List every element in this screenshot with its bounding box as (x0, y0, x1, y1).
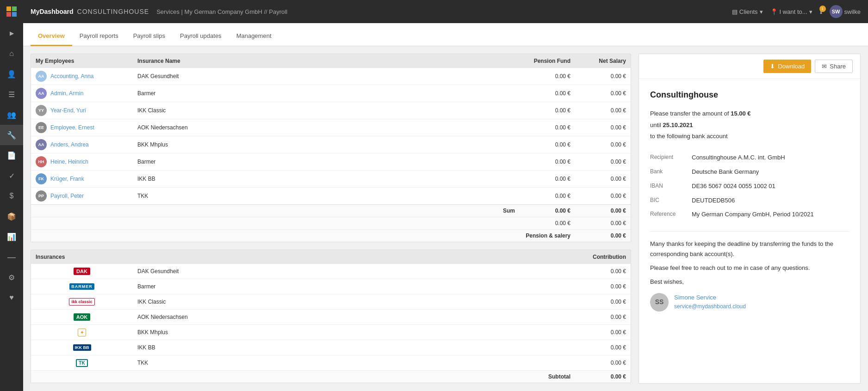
download-icon: ⬇ (770, 63, 775, 70)
download-button[interactable]: ⬇ Download (763, 60, 811, 73)
pension-cell: 0.00 € (520, 188, 575, 205)
employee-link[interactable]: Krüger, Frank (50, 176, 84, 182)
insurance-cell: TKK (133, 188, 520, 205)
employee-link[interactable]: Admin, Armin (50, 90, 83, 97)
subtotal-row: Subtotal 0.00 € (31, 371, 631, 383)
topnav-right: ▤ Clients ▾ 📍 I want to... ▾ ℹ 1 SW swil… (732, 5, 861, 18)
sig-email[interactable]: service@mydashboard.cloud (674, 302, 746, 311)
sum-label-text: Sum (133, 205, 520, 217)
ins-logo-cell: ✦ (31, 325, 133, 340)
tab-management[interactable]: Management (229, 27, 279, 46)
sidebar-document-icon[interactable]: 📄 (0, 145, 23, 165)
insurance-cell: IKK BB (133, 171, 520, 188)
sum-details-row: 0.00 € 0.00 € (31, 217, 631, 230)
table-row: YY Year-End, Yuri IKK Classic 0.00 € 0.0… (31, 102, 631, 119)
bank-detail-row: Reference My German Company GmbH, Period… (650, 208, 849, 222)
table-row: AA Accounting, Anna DAK Gesundheit 0.00 … (31, 68, 631, 85)
employee-cell: HH Heine, Heinrich (31, 153, 133, 171)
net-col-header: Net Salary (575, 54, 631, 68)
tab-payroll-updates[interactable]: Payroll updates (173, 27, 229, 46)
notifications-button[interactable]: ℹ 1 (820, 8, 822, 15)
sidebar: ▶ ⌂ 👤 ☰ 👥 🔧 📄 ✓ $ 📦 📊 — ⚙ ♥ (0, 0, 23, 391)
sig-name[interactable]: Simone Service (674, 293, 746, 303)
sidebar-people-icon[interactable]: 👥 (0, 104, 23, 125)
contribution-col-header: Contribution (575, 250, 631, 264)
insurance-cell: IKK Classic (133, 102, 520, 119)
sig-avatar: SS (650, 293, 669, 312)
sidebar-home-icon[interactable]: ⌂ (0, 43, 23, 64)
pension-salary-row: Pension & salery 0.00 € (31, 230, 631, 242)
sidebar-expand-icon[interactable]: ▶ (0, 23, 23, 43)
bank-value: Deutsche Bank Germany (692, 165, 849, 179)
main-content: My Employees Insurance Name Pension Fund… (23, 46, 868, 391)
divider (650, 231, 849, 232)
transfer-info: Please transfer the amount of 15.00 € un… (650, 109, 849, 141)
net-cell: 0.00 € (575, 85, 631, 102)
username-label: swilke (844, 8, 861, 15)
main-area: MyDashboard CONSULTINGHOUSE Services | M… (23, 0, 868, 391)
sidebar-dollar-icon[interactable]: $ (0, 186, 23, 206)
topnav: MyDashboard CONSULTINGHOUSE Services | M… (23, 0, 868, 23)
employee-link[interactable]: Heine, Heinrich (50, 159, 88, 165)
ins-name: BKK Mhplus (133, 325, 575, 340)
iwantto-chevron-icon: ▾ (809, 8, 812, 15)
reference-label: Reference (650, 208, 692, 222)
insurance-cell: DAK Gesundheit (133, 68, 520, 85)
net-cell: 0.00 € (575, 68, 631, 85)
ins-name-col-header (133, 250, 575, 264)
notification-badge: 1 (819, 6, 826, 12)
ins-logo-cell: AOK (31, 310, 133, 325)
sidebar-settings-icon[interactable]: ⚙ (0, 267, 23, 287)
sum-label (31, 205, 133, 217)
pension-cell: 0.00 € (520, 119, 575, 136)
sidebar-dash-icon[interactable]: — (0, 247, 23, 267)
ins-contribution: 0.00 € (575, 340, 631, 355)
ins-logo-cell: IKK BB (31, 340, 133, 355)
share-button[interactable]: ✉ Share (815, 60, 853, 73)
tab-payroll-reports[interactable]: Payroll reports (72, 27, 126, 46)
sidebar-box-icon[interactable]: 📦 (0, 206, 23, 226)
employee-link[interactable]: Employee, Ernest (50, 124, 94, 131)
employee-link[interactable]: Accounting, Anna (50, 73, 93, 79)
sidebar-check-icon[interactable]: ✓ (0, 165, 23, 186)
insurance-cell: BKK Mhplus (133, 136, 520, 153)
table-row: FK Krüger, Frank IKK BB 0.00 € 0.00 € (31, 171, 631, 188)
avatar: EE (36, 122, 47, 133)
user-profile[interactable]: SW swilke (830, 5, 861, 18)
sum-pension-2: 0.00 € (520, 217, 575, 230)
ins-contribution: 0.00 € (575, 264, 631, 279)
iwantto-menu[interactable]: 📍 I want to... ▾ (770, 8, 812, 15)
brand-label: MyDashboard (31, 8, 74, 15)
sidebar-tools-icon[interactable]: 🔧 (0, 125, 23, 145)
iban-label: IBAN (650, 179, 692, 194)
clients-menu[interactable]: ▤ Clients ▾ (732, 8, 763, 15)
net-cell: 0.00 € (575, 153, 631, 171)
ins-contribution: 0.00 € (575, 325, 631, 340)
bank-detail-row: Bank Deutsche Bank Germany (650, 165, 849, 179)
sidebar-chart-icon[interactable]: 📊 (0, 226, 23, 247)
subtotal-value: 0.00 € (575, 371, 631, 383)
clients-chevron-icon: ▾ (760, 8, 763, 15)
ins-logo-cell: BARMER (31, 279, 133, 294)
employee-link[interactable]: Payroll, Peter (50, 193, 84, 199)
employee-link[interactable]: Year-End, Yuri (50, 107, 86, 114)
bic-label: BIC (650, 194, 692, 208)
net-cell: 0.00 € (575, 119, 631, 136)
sidebar-user-icon[interactable]: 👤 (0, 64, 23, 84)
breadcrumb: Services | My German Company GmbH // Pay… (156, 8, 287, 15)
list-item: TK TKK 0.00 € (31, 355, 631, 371)
sum-net: 0.00 € (575, 205, 631, 217)
bank-detail-row: BIC DEUTDEDB506 (650, 194, 849, 208)
tab-payroll-slips[interactable]: Payroll slips (126, 27, 173, 46)
list-item: ikk classic IKK Classic 0.00 € (31, 294, 631, 310)
insurance-cell: Barmer (133, 85, 520, 102)
list-item: ✦ BKK Mhplus 0.00 € (31, 325, 631, 340)
sidebar-list-icon[interactable]: ☰ (0, 84, 23, 104)
bank-label: Bank (650, 165, 692, 179)
sidebar-heart-icon[interactable]: ♥ (0, 287, 23, 308)
table-row: AA Anders, Andrea BKK Mhplus 0.00 € 0.00… (31, 136, 631, 153)
tab-overview[interactable]: Overview (31, 27, 72, 46)
employee-link[interactable]: Anders, Andrea (50, 141, 89, 148)
ins-name: Barmer (133, 279, 575, 294)
logo[interactable] (0, 0, 23, 23)
